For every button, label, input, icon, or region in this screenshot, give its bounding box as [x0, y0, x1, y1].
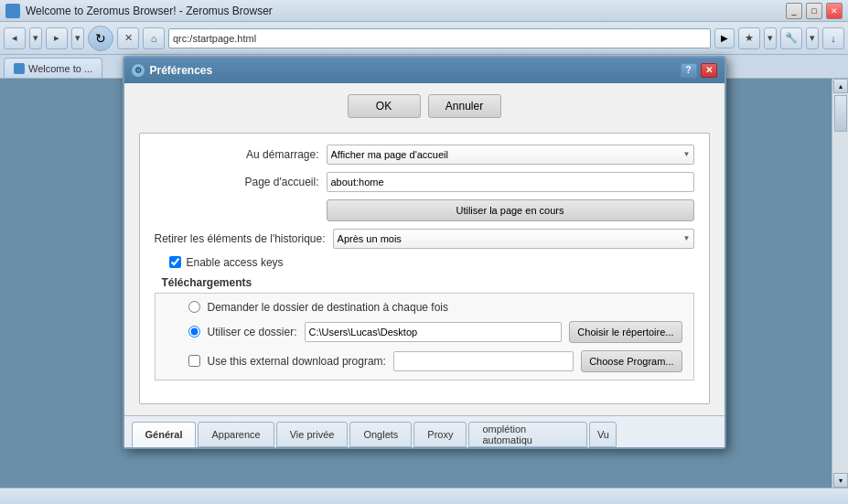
- au-demarrage-row: Au démarrage: Afficher ma page d'accueil…: [155, 145, 694, 165]
- dialog-help-button[interactable]: ?: [681, 63, 697, 78]
- cancel-button[interactable]: Annuler: [428, 94, 501, 118]
- telechargements-label: Téléchargements: [162, 276, 252, 289]
- dialog-content: OK Annuler Au démarrage: Afficher ma pag…: [124, 83, 725, 415]
- tab-completion[interactable]: omplétion automatiqu: [468, 422, 587, 447]
- dialog-title-left: ⚙ Préférences: [132, 64, 213, 77]
- utiliser-page-row: Utiliser la page en cours: [155, 199, 694, 221]
- dialog-pref-icon: ⚙: [132, 64, 145, 77]
- utiliser-page-button[interactable]: Utiliser la page en cours: [327, 199, 694, 221]
- au-demarrage-select-wrapper: Afficher ma page d'accueil ▼: [327, 145, 694, 165]
- tab-onglets[interactable]: Onglets: [349, 422, 412, 447]
- choisir-repertoire-button[interactable]: Choisir le répertoire...: [569, 321, 682, 343]
- choose-program-button[interactable]: Choose Program...: [581, 350, 682, 372]
- retirer-row: Retirer les éléments de l'historique: Ap…: [155, 229, 694, 249]
- utiliser-dossier-radio[interactable]: [188, 326, 200, 338]
- tab-vie-privee[interactable]: Vie privée: [276, 422, 349, 447]
- page-accueil-row: Page d'accueil:: [155, 172, 694, 192]
- retirer-select[interactable]: Après un mois: [333, 229, 694, 249]
- demander-row: Demander le dossier de destination à cha…: [188, 301, 682, 314]
- enable-access-keys-row: Enable access keys: [169, 256, 694, 269]
- form-area: Au démarrage: Afficher ma page d'accueil…: [139, 133, 710, 404]
- tab-proxy[interactable]: Proxy: [413, 422, 467, 447]
- dialog-top-buttons: OK Annuler: [139, 94, 710, 118]
- tab-apparence[interactable]: Apparence: [198, 422, 274, 447]
- browser-window: Welcome to Zeromus Browser! - Zeromus Br…: [0, 0, 848, 504]
- external-program-input[interactable]: [393, 351, 574, 371]
- dialog-window-controls: ? ✕: [681, 63, 717, 78]
- retirer-select-wrapper: Après un mois ▼: [333, 229, 694, 249]
- enable-access-keys-checkbox[interactable]: [169, 256, 181, 268]
- ok-button[interactable]: OK: [348, 94, 421, 118]
- preferences-dialog: ⚙ Préférences ? ✕ OK Annuler: [123, 56, 726, 449]
- utiliser-dossier-label: Utiliser ce dossier:: [208, 326, 297, 338]
- dialog-overlay: ⚙ Préférences ? ✕ OK Annuler: [0, 0, 848, 504]
- dialog-close-button[interactable]: ✕: [701, 63, 717, 78]
- tab-general[interactable]: Général: [132, 422, 197, 447]
- telechargements-content: Demander le dossier de destination à cha…: [155, 293, 694, 381]
- au-demarrage-select[interactable]: Afficher ma page d'accueil: [327, 145, 694, 165]
- au-demarrage-label: Au démarrage:: [155, 148, 319, 161]
- dossier-path-input[interactable]: [305, 322, 563, 342]
- external-program-row: Use this external download program: Choo…: [188, 350, 682, 372]
- tab-vu[interactable]: Vu: [589, 422, 617, 447]
- use-external-checkbox[interactable]: [188, 355, 200, 367]
- page-accueil-label: Page d'accueil:: [155, 176, 319, 188]
- dialog-titlebar: ⚙ Préférences ? ✕: [124, 58, 725, 83]
- demander-label: Demander le dossier de destination à cha…: [208, 301, 449, 314]
- utiliser-dossier-row: Utiliser ce dossier: Choisir le répertoi…: [188, 321, 682, 343]
- use-external-label: Use this external download program:: [208, 355, 386, 368]
- demander-radio[interactable]: [188, 301, 200, 313]
- page-accueil-input[interactable]: [327, 172, 694, 192]
- retirer-label: Retirer les éléments de l'historique:: [155, 232, 326, 245]
- dialog-tabs: Général Apparence Vie privée Onglets Pro…: [124, 415, 725, 447]
- telechargements-group: Téléchargements Demander le dossier de d…: [155, 276, 694, 381]
- dialog-title-text: Préférences: [150, 64, 213, 77]
- enable-access-keys-label: Enable access keys: [187, 256, 284, 269]
